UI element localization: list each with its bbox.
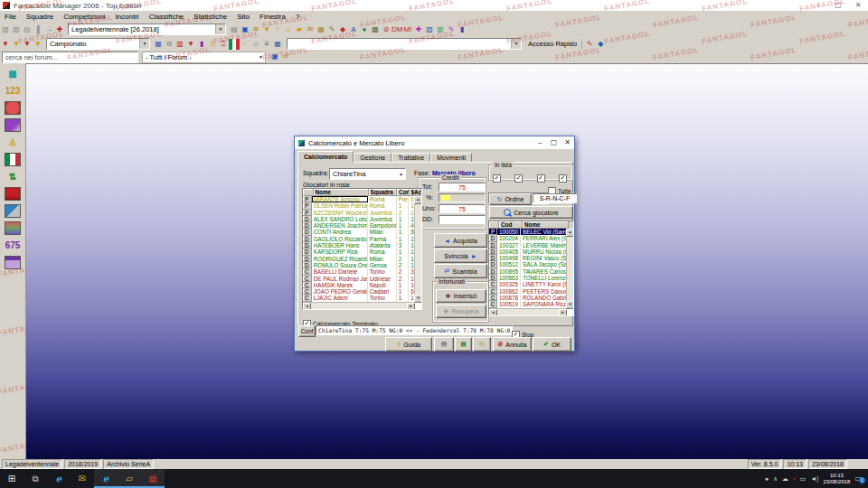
menu-item[interactable]: Finestra — [259, 13, 286, 21]
forum-go-icon[interactable]: ▣ — [269, 52, 280, 62]
roster-row[interactable]: D ANDERSEN Joachim Sampdoria 1 4 — [303, 222, 421, 229]
market-row[interactable]: D 100327 LEVERBE Maxime Jea — [489, 242, 573, 249]
numbers-123-icon[interactable]: 123 — [4, 84, 22, 98]
card-icon[interactable]: ▮ — [196, 39, 207, 50]
gradient-box-icon[interactable] — [5, 221, 21, 235]
notification-icon[interactable]: ▭1 — [854, 474, 864, 483]
market-hscrollbar[interactable]: ◄ ► — [489, 308, 567, 315]
export-button[interactable]: ▦ — [455, 337, 472, 352]
block-icon[interactable]: ⊘ — [381, 24, 392, 35]
web-icon[interactable]: ● — [359, 24, 370, 35]
roster-row[interactable]: C BASELLI Daniele Torino 2 3 — [303, 268, 421, 275]
mode-combobox[interactable]: Campionato▼ — [46, 38, 150, 50]
task-view-button[interactable]: ⧉ — [24, 469, 47, 488]
roster-row[interactable]: D ALEX SANDRO Lobo S Juventus 1 19 — [303, 216, 421, 222]
player-red-icon[interactable]: ♖ — [218, 39, 229, 50]
tab[interactable]: Calciomercato — [297, 151, 354, 163]
roster-vscrollbar[interactable]: ▲ ▼ — [414, 196, 421, 303]
outlook-icon[interactable]: ✉ — [71, 469, 94, 488]
tool-green-icon[interactable]: ▥ — [435, 24, 446, 35]
italy-shield-icon[interactable] — [229, 39, 240, 50]
doc-a-icon[interactable]: A — [348, 24, 359, 35]
dialog-titlebar[interactable]: Calciomercato e Mercato Libero – ▢ ✕ — [295, 136, 574, 149]
tool-pink-icon[interactable]: ✎ — [446, 24, 457, 35]
menu-item[interactable]: Sito — [237, 13, 250, 21]
close-button[interactable]: ✕ — [848, 0, 868, 11]
tool-purple-icon[interactable]: ▮ — [457, 24, 467, 35]
squadra-combobox[interactable]: ChiareTina▼ — [329, 168, 406, 180]
scroll-left-icon[interactable]: ◄ — [489, 309, 497, 316]
guida-button[interactable]: ?Guida — [385, 337, 432, 352]
import-icon[interactable]: ▼ — [261, 24, 272, 35]
go-arrow-icon[interactable]: → — [43, 24, 54, 35]
market-row[interactable]: D 100498 REGINI Vasco (Sampd — [489, 255, 573, 261]
chevron-down-icon[interactable]: ▼ — [257, 54, 265, 60]
menu-item[interactable]: Incontri — [115, 13, 138, 21]
referee-icon[interactable]: ♙ — [207, 39, 218, 50]
dm-icon[interactable]: DM — [392, 24, 402, 35]
roster-row[interactable]: P MIRANTE Antonio Roma Pres 0 — [303, 196, 421, 202]
menu-item[interactable]: Squadre — [26, 13, 53, 21]
roster-row[interactable]: P SZCZESNY Wojciech Juventus 2 1 — [303, 210, 421, 216]
quick-search-combobox[interactable]: ▼ — [287, 38, 522, 50]
roster-row[interactable]: C DE PAUL Rodrigo Javie Udinese 2 1 — [303, 276, 421, 282]
scroll-down-icon[interactable]: ▼ — [566, 301, 574, 309]
league-combobox[interactable]: Legadelventennale [26.2018]▼ — [68, 23, 226, 35]
tool-blue-icon[interactable]: ▧ — [424, 24, 435, 35]
roster-hscrollbar[interactable]: ◄ ► — [303, 302, 415, 309]
jersey-yellow-icon[interactable]: ▼ — [11, 39, 22, 50]
chevron-up-icon[interactable]: ∧ — [773, 475, 778, 483]
globe-print-icon[interactable] — [5, 204, 21, 218]
table-icon[interactable]: ▦ — [272, 39, 283, 50]
acquista-button[interactable]: ◄Acquista — [434, 233, 487, 248]
market-row[interactable]: D 100204 FERRARI Alex (Sampd — [489, 235, 573, 241]
roster-row[interactable]: D RODRIGUEZ Ricardo I Milan 2 1 — [303, 256, 421, 262]
onedrive-icon[interactable]: ☁ — [782, 475, 788, 483]
dialog-minimize-button[interactable]: – — [533, 136, 547, 149]
jersey-red-icon[interactable] — [5, 187, 21, 201]
roster-row[interactable]: D KARSDORP Rick Roma 1 1 — [303, 249, 421, 255]
upload-icon[interactable]: ↑ — [272, 24, 283, 35]
menu-item[interactable]: ? — [296, 13, 299, 21]
boot-icon[interactable]: ◆ — [337, 24, 348, 35]
market-vscrollbar[interactable]: ▲ ▼ — [566, 229, 573, 309]
mail-check-icon[interactable]: ▧ — [0, 24, 11, 35]
menu-item[interactable]: File — [5, 13, 16, 21]
player-yellow-icon[interactable]: ♙ — [4, 136, 22, 149]
folder-icon[interactable]: ▰ — [294, 24, 305, 35]
start-button[interactable]: ⊞ — [0, 469, 24, 488]
market-row[interactable]: D 100895 TAVARES Carlos Junic — [489, 268, 573, 275]
ok-button[interactable]: ✔OK — [533, 337, 571, 352]
note-icon[interactable]: ▦ — [316, 24, 326, 35]
send-mail-icon[interactable]: ✉ — [305, 24, 316, 35]
roster-row[interactable]: C LJAJIC Adem Torino 1 10 — [303, 295, 421, 301]
book-icon[interactable]: ▥ — [175, 39, 185, 50]
scroll-up-icon[interactable]: ▲ — [566, 229, 574, 237]
edge-icon[interactable]: e — [47, 469, 71, 488]
speaker-icon[interactable]: ◄) — [810, 475, 818, 482]
puzzle-icon[interactable]: ◆ — [595, 39, 606, 50]
chevron-down-icon[interactable]: ▼ — [511, 39, 521, 49]
market-row[interactable]: D 100563 TONELLI Lorenzo (Sar — [489, 275, 573, 281]
market-row[interactable]: D 100512 SALA Jacopo (Sampdo — [489, 261, 573, 267]
roster-row[interactable]: D HATEBOER Hans Atalanta 3 1 — [303, 242, 421, 249]
taskbar-clock[interactable]: 10:13 23/08/2018 — [823, 473, 850, 485]
mosaic-icon[interactable]: ▦ — [4, 67, 22, 80]
menu-item[interactable]: Statistiche — [193, 13, 227, 21]
recupera-button[interactable]: ✚Recupera — [436, 305, 486, 318]
scroll-right-icon[interactable]: ► — [559, 309, 567, 316]
monitor-icon[interactable]: ▣ — [240, 24, 250, 35]
player-orange-icon[interactable]: ♘ — [240, 39, 250, 50]
scambia-button[interactable]: ⇄Scambia — [434, 264, 487, 278]
save-icon[interactable]: ▦ — [153, 39, 164, 50]
italy-shield-icon[interactable] — [5, 153, 21, 166]
connect-icon[interactable]: ▤ — [22, 24, 33, 35]
perc-field[interactable] — [439, 193, 486, 202]
svincola-button[interactable]: Svincola► — [434, 249, 487, 263]
cerca-giocatore-button[interactable]: Cerca giocatore — [489, 206, 573, 219]
chevron-down-icon[interactable]: ▼ — [397, 172, 405, 177]
scroll-right-icon[interactable]: ► — [407, 303, 415, 310]
chevron-down-icon[interactable]: ▼ — [139, 39, 149, 49]
people-icon[interactable]: ● — [765, 475, 769, 482]
roster-row[interactable]: D ROMULO Souza Oreste Genoa 2 1 — [303, 262, 421, 268]
